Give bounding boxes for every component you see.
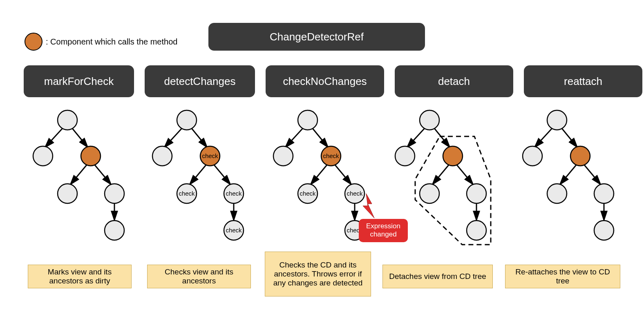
- desc-text: Checks view and its ancestors: [152, 268, 246, 285]
- tree-detectchanges: check check check check: [144, 108, 254, 243]
- method-box-detectchanges: detectChanges: [145, 65, 255, 97]
- svg-line-12: [311, 165, 327, 185]
- method-label: checkNoChanges: [283, 75, 367, 88]
- svg-line-3: [95, 165, 111, 185]
- svg-line-2: [70, 165, 87, 185]
- tree-node: [547, 184, 567, 203]
- tree-node: [547, 110, 567, 130]
- svg-line-0: [45, 127, 63, 147]
- svg-line-10: [285, 127, 304, 147]
- desc-text: Detaches view from CD tree: [389, 272, 486, 281]
- desc-detectchanges: Checks view and its ancestors: [147, 265, 251, 288]
- method-label: detectChanges: [164, 75, 236, 88]
- method-box-detach: detach: [395, 65, 513, 97]
- tree-node: [298, 110, 318, 130]
- svg-line-17: [432, 165, 449, 185]
- error-expression-changed: Expression changed: [359, 219, 408, 242]
- tree-node-caller: [570, 146, 590, 166]
- legend-text: : Component which calls the method: [46, 37, 177, 47]
- svg-line-23: [584, 165, 601, 185]
- tree-reattach: [514, 108, 624, 243]
- legend-caller-dot: [25, 33, 42, 51]
- svg-line-5: [164, 127, 183, 147]
- tree-node: [420, 110, 439, 130]
- desc-text: Marks view and its ancestors as dirty: [32, 268, 127, 285]
- svg-line-18: [457, 165, 473, 185]
- svg-line-8: [214, 165, 230, 185]
- tree-node: [594, 221, 614, 240]
- tree-node: [273, 146, 293, 166]
- svg-line-22: [560, 165, 576, 185]
- node-label-check: check: [202, 152, 218, 159]
- tree-node: [58, 184, 77, 203]
- node-label-check: check: [226, 190, 242, 197]
- svg-line-20: [534, 127, 553, 147]
- title-box: ChangeDetectorRef: [208, 23, 425, 51]
- node-label-check: check: [300, 190, 316, 197]
- tree-node: [594, 184, 614, 203]
- svg-line-13: [335, 165, 351, 185]
- tree-node: [177, 110, 197, 130]
- tree-node: [523, 146, 542, 166]
- method-row: markForCheck detectChanges checkNoChange…: [24, 65, 642, 97]
- tree-node: [58, 110, 77, 130]
- tree-node-caller: [443, 146, 463, 166]
- tree-node: [33, 146, 53, 166]
- svg-line-15: [407, 127, 425, 147]
- desc-reattach: Re-attaches the view to CD tree: [505, 265, 620, 288]
- tree-node: [467, 221, 486, 240]
- desc-text: Checks the CD and its ancestors. Throws …: [269, 261, 367, 288]
- node-label-check: check: [323, 152, 339, 159]
- tree-node: [105, 184, 124, 203]
- svg-line-11: [312, 127, 328, 147]
- method-box-reattach: reattach: [524, 65, 642, 97]
- tree-markforcheck: [25, 108, 135, 243]
- desc-markforcheck: Marks view and its ancestors as dirty: [28, 265, 132, 288]
- title-text: ChangeDetectorRef: [270, 31, 364, 43]
- svg-line-6: [191, 127, 207, 147]
- node-label-check: check: [226, 227, 242, 234]
- method-label: detach: [438, 75, 470, 88]
- svg-line-21: [561, 127, 577, 147]
- method-label: markForCheck: [44, 75, 114, 88]
- method-box-checknochanges: checkNoChanges: [266, 65, 384, 97]
- svg-line-7: [190, 165, 206, 185]
- method-label: reattach: [564, 75, 602, 88]
- svg-line-16: [434, 127, 450, 147]
- method-box-markforcheck: markForCheck: [24, 65, 134, 97]
- tree-node: [395, 146, 415, 166]
- error-text: Expression changed: [366, 222, 400, 238]
- tree-node: [420, 184, 439, 203]
- svg-line-1: [72, 127, 88, 147]
- lightning-icon: [363, 194, 374, 218]
- tree-node: [467, 184, 486, 203]
- legend: : Component which calls the method: [25, 33, 177, 51]
- tree-node-caller: [81, 146, 101, 166]
- tree-area: check check check check check check chec…: [0, 108, 644, 259]
- desc-text: Re-attaches the view to CD tree: [510, 268, 616, 285]
- desc-detach: Detaches view from CD tree: [382, 265, 493, 288]
- tree-node: [105, 221, 124, 240]
- node-label-check: check: [347, 190, 363, 197]
- tree-node: [152, 146, 172, 166]
- node-label-check: check: [179, 190, 195, 197]
- desc-checknochanges: Checks the CD and its ancestors. Throws …: [265, 252, 371, 296]
